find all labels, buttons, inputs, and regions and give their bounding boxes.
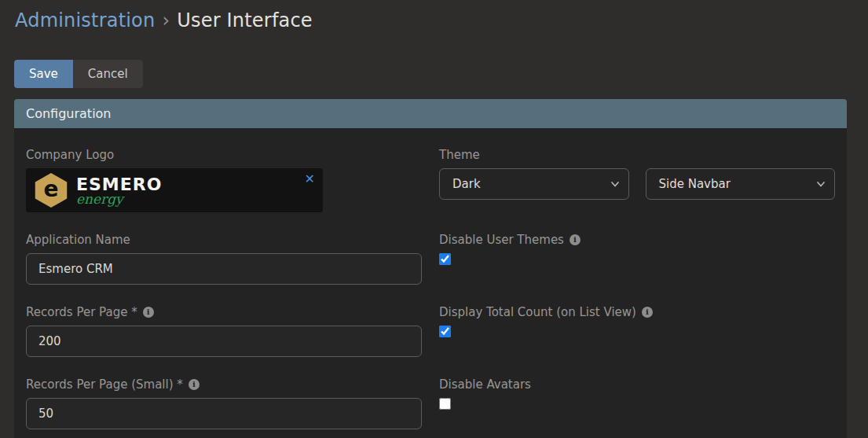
theme-select-wrap: Dark bbox=[439, 168, 629, 200]
company-logo-label: Company Logo bbox=[26, 148, 422, 162]
breadcrumb: Administration›User Interface bbox=[14, 9, 854, 31]
info-icon: i bbox=[570, 234, 580, 245]
field-records-per-page: Records Per Page * i bbox=[26, 305, 422, 357]
logo-subtitle: energy bbox=[76, 193, 123, 205]
application-name-input[interactable] bbox=[26, 253, 422, 285]
field-application-name: Application Name bbox=[26, 233, 422, 285]
records-per-page-small-input[interactable] bbox=[26, 398, 422, 429]
logo-wordmark: ESMERO energy bbox=[76, 176, 164, 205]
info-icon: i bbox=[189, 379, 200, 390]
records-per-page-label: Records Per Page * i bbox=[26, 305, 422, 319]
admin-settings-page: Administration›User Interface Save Cance… bbox=[0, 0, 868, 438]
breadcrumb-administration-link[interactable]: Administration bbox=[15, 9, 155, 31]
navbar-select-wrap: Side Navbar bbox=[646, 168, 836, 200]
disable-avatars-label: Disable Avatars bbox=[439, 377, 835, 392]
display-total-count-checkbox[interactable] bbox=[439, 326, 451, 337]
company-logo-attachment: e ESMERO energy ✕ bbox=[26, 168, 323, 212]
disable-user-themes-checkbox[interactable] bbox=[439, 253, 451, 265]
field-disable-user-themes: Disable User Themes i bbox=[439, 233, 835, 285]
disable-avatars-checkbox[interactable] bbox=[439, 398, 451, 410]
info-icon: i bbox=[143, 307, 154, 318]
disable-user-themes-label: Disable User Themes i bbox=[439, 233, 835, 247]
navbar-select[interactable]: Side Navbar bbox=[646, 168, 836, 200]
form-action-buttons: Save Cancel bbox=[14, 60, 143, 88]
field-company-logo: Company Logo e ESMERO energy ✕ bbox=[26, 148, 422, 212]
theme-label: Theme bbox=[439, 148, 835, 162]
records-per-page-input[interactable] bbox=[26, 326, 422, 357]
theme-select[interactable]: Dark bbox=[439, 168, 629, 200]
field-records-per-page-small: Records Per Page (Small) * i bbox=[26, 377, 422, 429]
panel-body: Company Logo e ESMERO energy ✕ bbox=[14, 128, 847, 438]
remove-logo-icon[interactable]: ✕ bbox=[305, 173, 315, 186]
breadcrumb-separator: › bbox=[162, 9, 170, 31]
info-icon: i bbox=[642, 307, 653, 318]
field-theme: Theme Dark Side bbox=[439, 148, 835, 212]
cancel-button[interactable]: Cancel bbox=[73, 60, 143, 88]
page-title: User Interface bbox=[177, 9, 313, 31]
records-per-page-small-label: Records Per Page (Small) * i bbox=[26, 377, 422, 392]
display-total-count-label: Display Total Count (on List View) i bbox=[439, 305, 835, 319]
save-button[interactable]: Save bbox=[14, 60, 73, 88]
esmero-hexagon-logo-icon: e bbox=[34, 173, 68, 208]
configuration-panel: Configuration Company Logo e ESMERO ener… bbox=[14, 99, 847, 438]
panel-title: Configuration bbox=[14, 99, 847, 128]
field-display-total-count: Display Total Count (on List View) i bbox=[439, 305, 835, 357]
application-name-label: Application Name bbox=[26, 233, 422, 247]
field-disable-avatars: Disable Avatars bbox=[439, 377, 835, 429]
